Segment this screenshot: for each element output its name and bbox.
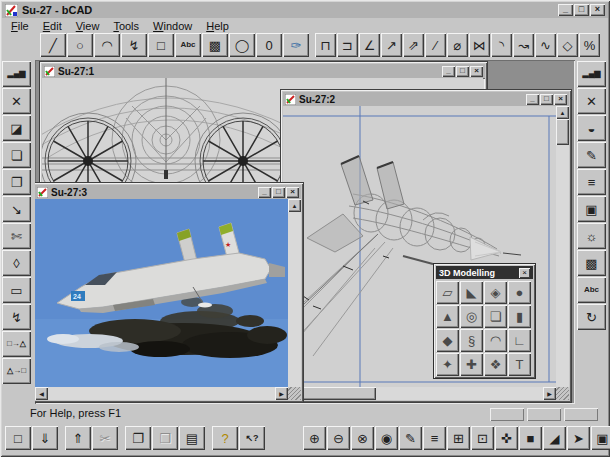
horizontal-scroll-track[interactable] bbox=[48, 387, 275, 400]
text-style-tool[interactable]: Abc bbox=[577, 277, 606, 303]
rectangle-tool[interactable]: □ bbox=[148, 33, 174, 57]
scroll-up-button[interactable]: ▲ bbox=[288, 199, 301, 212]
line-tool[interactable]: ╱ bbox=[40, 33, 66, 57]
dim-aligned-tool[interactable]: ⇗ bbox=[403, 33, 424, 57]
dim-leader-tool[interactable]: ↗ bbox=[381, 33, 402, 57]
measure-button[interactable]: ◢ bbox=[543, 426, 566, 450]
extrude-tool[interactable]: ❏ bbox=[484, 305, 507, 328]
su27-2-close-button[interactable]: × bbox=[554, 94, 567, 105]
wedge-tool[interactable]: ◣ bbox=[460, 281, 483, 304]
su27-1-maximize-button[interactable]: □ bbox=[456, 66, 469, 77]
menu-view[interactable]: View bbox=[69, 19, 107, 33]
vertical-scroll-track[interactable] bbox=[288, 212, 301, 387]
resize-grip[interactable] bbox=[288, 387, 301, 400]
fan-surface-tool[interactable]: ❖ bbox=[484, 353, 507, 376]
scroll-right-button[interactable]: ▶ bbox=[543, 387, 556, 400]
snap-button[interactable]: ⊡ bbox=[471, 426, 494, 450]
grid-button[interactable]: ⊞ bbox=[447, 426, 470, 450]
menu-window[interactable]: Window bbox=[146, 19, 199, 33]
copy-button[interactable]: ❐ bbox=[125, 426, 151, 450]
su27-3-titlebar[interactable]: Su-27:3 _□× bbox=[35, 185, 301, 199]
select-crossing-tool[interactable]: ❐ bbox=[2, 169, 31, 195]
dim-percent-tool[interactable]: % bbox=[579, 33, 600, 57]
apply-properties-tool[interactable]: △→□ bbox=[2, 358, 31, 384]
menu-tools[interactable]: Tools bbox=[106, 19, 146, 33]
su27-1-close-button[interactable]: × bbox=[470, 66, 483, 77]
zoom-window-button[interactable]: ⊗ bbox=[351, 426, 374, 450]
cylinder-tool[interactable]: ▮ bbox=[508, 305, 531, 328]
menu-file[interactable]: File bbox=[4, 19, 36, 33]
window-su27-3[interactable]: Su-27:3 _□× bbox=[35, 183, 303, 402]
dim-spline-tool[interactable]: ∿ bbox=[535, 33, 556, 57]
horizontal-scroll-track[interactable] bbox=[376, 387, 543, 400]
polyhedron-tool[interactable]: ✦ bbox=[436, 353, 459, 376]
pencils-tool[interactable]: ✎ bbox=[577, 142, 606, 168]
text-tool[interactable]: Abc bbox=[175, 33, 201, 57]
slab-tool[interactable]: ▱ bbox=[436, 281, 459, 304]
su27-1-minimize-button[interactable]: _ bbox=[442, 66, 455, 77]
vertical-scroll-thumb[interactable] bbox=[556, 119, 569, 145]
menu-edit[interactable]: Edit bbox=[36, 19, 69, 33]
text-3d-tool[interactable]: T bbox=[508, 353, 531, 376]
stats-tool[interactable]: ▂▄▆ bbox=[577, 61, 606, 87]
dim-linear-tool[interactable]: ∕ bbox=[425, 33, 446, 57]
new-file-button[interactable]: □ bbox=[5, 426, 31, 450]
help-button[interactable]: ? bbox=[212, 426, 238, 450]
zoom-out-button[interactable]: ⊖ bbox=[327, 426, 350, 450]
donut-tool[interactable]: ◯ bbox=[229, 33, 255, 57]
regenerate-tool[interactable]: ↻ bbox=[577, 304, 606, 330]
open-button[interactable]: ⇑ bbox=[65, 426, 91, 450]
palette-tool[interactable]: ◒ bbox=[577, 115, 606, 141]
dim-closed-curve-tool[interactable]: ◇ bbox=[557, 33, 578, 57]
su27-3-horizontal-scrollbar[interactable]: ◀ ▶ bbox=[35, 387, 288, 400]
copy-properties-tool[interactable]: □→△ bbox=[2, 331, 31, 357]
explode-tool[interactable]: ✄ bbox=[2, 223, 31, 249]
palette-close-button[interactable]: × bbox=[519, 268, 530, 278]
su27-3-maximize-button[interactable]: □ bbox=[272, 187, 285, 198]
render-camera-button[interactable]: ▣ bbox=[591, 426, 610, 450]
delete-tool[interactable]: ✕ bbox=[2, 88, 31, 114]
layers-tool[interactable]: ≡ bbox=[577, 169, 606, 195]
view-button[interactable]: ◉ bbox=[375, 426, 398, 450]
main-close-button[interactable]: × bbox=[590, 4, 605, 16]
pipe-cross-tool[interactable]: ✚ bbox=[460, 353, 483, 376]
render-brush-tool[interactable]: ✑ bbox=[283, 33, 309, 57]
main-minimize-button[interactable]: _ bbox=[558, 4, 573, 16]
zoom-in-button[interactable]: ⊕ bbox=[303, 426, 326, 450]
su27-2-horizontal-scrollbar[interactable]: ◀ ▶ bbox=[283, 387, 556, 400]
resize-grip[interactable] bbox=[556, 387, 569, 400]
su27-1-titlebar[interactable]: Su-27:1 _□× bbox=[42, 64, 485, 78]
sphere-tool[interactable]: ● bbox=[508, 281, 531, 304]
rounded-box-tool[interactable]: ◆ bbox=[436, 329, 459, 352]
hatch-tool[interactable]: ▩ bbox=[202, 33, 228, 57]
dim-vertical-tool[interactable]: ⊐ bbox=[337, 33, 358, 57]
dim-angular-tool[interactable]: ∠ bbox=[359, 33, 380, 57]
context-help-button[interactable]: ↖? bbox=[239, 426, 265, 450]
dim-radius-tool[interactable]: ◝ bbox=[491, 33, 512, 57]
dim-intersection-tool[interactable]: ⋈ bbox=[469, 33, 490, 57]
su27-2-minimize-button[interactable]: _ bbox=[526, 94, 539, 105]
pan-button[interactable]: ✜ bbox=[495, 426, 518, 450]
pipe-elbow-tool[interactable]: ∟ bbox=[508, 329, 531, 352]
boundary-tool[interactable]: ▭ bbox=[2, 277, 31, 303]
su27-2-titlebar[interactable]: Su-27:2 _□× bbox=[283, 92, 569, 106]
spring-tool[interactable]: § bbox=[460, 329, 483, 352]
su27-2-vertical-scrollbar[interactable]: ▲ ▼ bbox=[556, 106, 569, 400]
torus-tool[interactable]: ◎ bbox=[460, 305, 483, 328]
cut-button[interactable]: ✂ bbox=[92, 426, 118, 450]
dim-horizontal-tool[interactable]: ⊓ bbox=[315, 33, 336, 57]
redraw-button[interactable]: ✎ bbox=[399, 426, 422, 450]
su27-3-vertical-scrollbar[interactable]: ▲ ▼ bbox=[288, 199, 301, 400]
ellipse-tool[interactable]: 0 bbox=[256, 33, 282, 57]
patch-surface-tool[interactable]: ◠ bbox=[484, 329, 507, 352]
color-swatch-button[interactable]: ■ bbox=[519, 426, 542, 450]
main-maximize-button[interactable]: □ bbox=[574, 4, 589, 16]
light-tool[interactable]: ☼ bbox=[577, 223, 606, 249]
layers-button[interactable]: ≡ bbox=[423, 426, 446, 450]
scroll-up-button[interactable]: ▲ bbox=[556, 106, 569, 119]
scroll-left-button[interactable]: ◀ bbox=[35, 387, 48, 400]
hide-button[interactable]: ➤ bbox=[567, 426, 590, 450]
select-window-tool[interactable]: ❏ bbox=[2, 142, 31, 168]
stats-tool[interactable]: ▂▄▆ bbox=[2, 61, 31, 87]
dim-diameter-tool[interactable]: ⌀ bbox=[447, 33, 468, 57]
